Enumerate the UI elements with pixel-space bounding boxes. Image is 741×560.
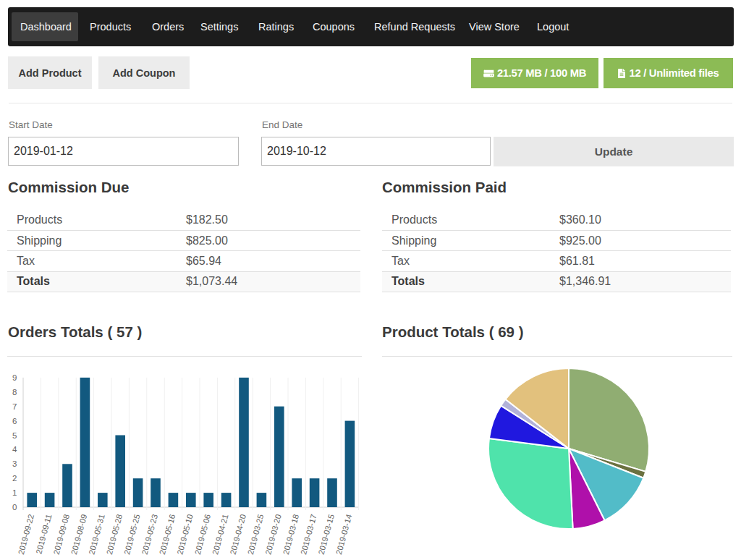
svg-text:6: 6 [12, 417, 17, 425]
svg-text:2019-03-25: 2019-03-25 [246, 513, 265, 555]
svg-text:2019-04-20: 2019-04-20 [229, 513, 247, 555]
svg-text:0: 0 [12, 503, 17, 512]
svg-text:2019-05-25: 2019-05-25 [122, 513, 141, 555]
svg-text:2019-05-28: 2019-05-28 [105, 513, 124, 555]
svg-text:2019-03-14: 2019-03-14 [334, 513, 353, 555]
svg-text:2019-04-21: 2019-04-21 [211, 513, 229, 555]
svg-text:2019-05-16: 2019-05-16 [158, 513, 177, 555]
svg-text:2019-05-06: 2019-05-06 [193, 513, 212, 555]
svg-text:2019-09-11: 2019-09-11 [34, 513, 53, 555]
svg-text:2019-03-20: 2019-03-20 [263, 513, 282, 555]
svg-text:4: 4 [12, 445, 17, 454]
svg-text:2019-05-23: 2019-05-23 [140, 513, 159, 555]
svg-text:2019-09-22: 2019-09-22 [17, 513, 35, 555]
svg-text:2019-09-08: 2019-09-08 [52, 513, 71, 555]
svg-text:2019-03-17: 2019-03-17 [299, 513, 318, 555]
svg-text:2019-03-18: 2019-03-18 [281, 513, 300, 555]
svg-text:2: 2 [12, 474, 17, 483]
svg-text:1: 1 [12, 488, 17, 497]
svg-text:5: 5 [12, 431, 17, 440]
svg-text:7: 7 [12, 402, 17, 411]
svg-text:2019-05-10: 2019-05-10 [175, 513, 194, 555]
svg-text:3: 3 [12, 459, 17, 468]
svg-text:2019-03-15: 2019-03-15 [317, 513, 336, 555]
svg-text:2019-08-09: 2019-08-09 [69, 513, 88, 555]
svg-text:2019-05-31: 2019-05-31 [87, 513, 106, 555]
svg-text:9: 9 [12, 373, 17, 382]
svg-text:8: 8 [12, 388, 17, 396]
